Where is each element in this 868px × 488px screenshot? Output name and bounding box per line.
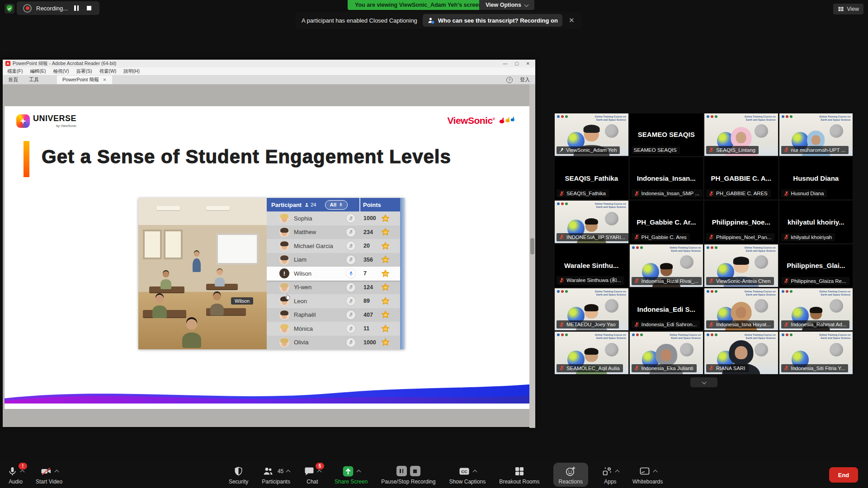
- toolbar-breakout-rooms-button[interactable]: Breakout Rooms: [499, 465, 539, 485]
- menu-item[interactable]: 視窗(W): [99, 68, 116, 75]
- close-icon[interactable]: ✕: [568, 16, 576, 24]
- video-tile[interactable]: Online Training Course onEarth and Space…: [555, 201, 628, 243]
- mic-muted-icon: [346, 296, 355, 305]
- menu-item[interactable]: 編輯(E): [30, 68, 46, 75]
- toolbar-apps-button[interactable]: Apps: [602, 465, 619, 485]
- toolbar-reactions-button[interactable]: Reactions: [553, 463, 588, 487]
- participant-name-label: Indonesia_Rahmat Ad...: [781, 320, 850, 328]
- chevron-up-icon[interactable]: [20, 470, 25, 474]
- cursor-icon: [284, 294, 291, 301]
- video-tile[interactable]: Indonesia_Edi S...Indonesia_Edi Sahron..…: [630, 288, 703, 331]
- toolbar-participants-button[interactable]: 45Participants: [262, 465, 290, 485]
- moon-graphic: [830, 343, 843, 357]
- toolbar-chat-button[interactable]: 5Chat: [304, 465, 321, 485]
- mic-muted-icon: [708, 234, 714, 240]
- video-tile[interactable]: Online Training Course onEarth and Space…: [630, 244, 703, 287]
- transcript-visibility-button[interactable]: Who can see this transcript? Recording o…: [423, 14, 562, 27]
- toolbar-show-captions-button[interactable]: CCShow Captions: [449, 465, 486, 485]
- poster-logos: [632, 333, 643, 336]
- toolbar-label: Participants: [262, 479, 290, 485]
- video-tile[interactable]: Online Training Course onEarth and Space…: [555, 332, 628, 374]
- video-tile[interactable]: Online Training Course onEarth and Space…: [704, 288, 778, 331]
- chevron-up-icon[interactable]: [54, 470, 59, 474]
- toolbar-whiteboards-button[interactable]: Whiteboards: [632, 465, 663, 485]
- video-tile[interactable]: Waralee Sinthu...Waralee Sinthuwa (和...: [555, 244, 628, 287]
- end-meeting-button[interactable]: End: [829, 467, 858, 483]
- star-icon: +1: [381, 227, 390, 237]
- tab-document[interactable]: PowerPoint 簡報 ✕: [57, 75, 112, 84]
- toolbar-audio-button[interactable]: !Audio: [7, 465, 24, 485]
- video-tile[interactable]: Online Training Course onEarth and Space…: [779, 113, 853, 156]
- points-value: 407: [363, 312, 373, 318]
- toolbar-label: Apps: [604, 479, 616, 485]
- avatar: [279, 255, 289, 265]
- menu-item[interactable]: 簽署(S): [76, 68, 92, 75]
- close-window-button[interactable]: ✕: [526, 61, 530, 66]
- tab-home[interactable]: 首頁: [3, 75, 24, 84]
- video-tile[interactable]: Philippines_Noe...Philippines_Noel_Pan..…: [704, 201, 778, 243]
- video-tile[interactable]: Philippines_Glai...Philippines_Glaiza Re…: [779, 244, 853, 287]
- view-options-button[interactable]: View Options: [479, 0, 534, 10]
- participant-row: Yi-wen124+1: [267, 281, 400, 295]
- menu-item[interactable]: 說明(H): [123, 68, 140, 75]
- video-tile[interactable]: PH_GABBIE C. A...PH_GABBIE C. ARES: [704, 157, 778, 200]
- gallery-more-button[interactable]: [690, 377, 717, 387]
- stop-recording-button[interactable]: [85, 4, 93, 12]
- video-tile[interactable]: Online Training Course onEarth and Space…: [555, 288, 628, 331]
- maximize-button[interactable]: ▢: [514, 61, 519, 66]
- video-tile[interactable]: Online Training Course onEarth and Space…: [704, 113, 778, 156]
- video-tile[interactable]: Husnud DianaHusnud Diana: [779, 157, 853, 200]
- chevron-up-icon[interactable]: [317, 470, 322, 474]
- minimize-button[interactable]: —: [503, 61, 507, 66]
- toolbar-security-button[interactable]: Security: [229, 465, 248, 485]
- video-tile[interactable]: Online Training Course onEarth and Space…: [704, 244, 778, 287]
- video-tile[interactable]: SEAQIS_FathikaSEAQIS_Fathika: [555, 157, 628, 200]
- screen-share-banner: You are viewing ViewSonic_Adam Yeh's scr…: [348, 0, 489, 10]
- pause-recording-button[interactable]: [72, 4, 80, 12]
- video-tile[interactable]: SEAMEO SEAQISSEAMEO SEAQIS: [630, 113, 703, 156]
- chevron-up-icon[interactable]: [286, 470, 291, 474]
- poster-logos: [707, 333, 717, 336]
- view-button[interactable]: View: [833, 4, 863, 14]
- toolbar-pause-stop-recording-button[interactable]: Pause/Stop Recording: [381, 465, 435, 485]
- menu-item[interactable]: 檢視(V): [53, 68, 69, 75]
- stop-recording-icon[interactable]: [410, 466, 420, 476]
- title-accent-bar: [24, 141, 29, 177]
- menu-item[interactable]: 檔案(F): [7, 68, 23, 75]
- scrollbar-thumb[interactable]: [530, 238, 534, 254]
- help-icon[interactable]: ?: [506, 77, 513, 83]
- participant-name-label: Philippines_Glaiza Re...: [781, 277, 849, 285]
- recording-indicator: Recording...: [17, 1, 99, 15]
- svg-text:+1: +1: [384, 286, 387, 289]
- video-tile[interactable]: Online Training Course onEarth and Space…: [704, 332, 778, 374]
- participant-name: Matthew: [294, 229, 316, 235]
- points-header-label: Points: [363, 198, 381, 211]
- chat-icon: [304, 466, 315, 477]
- toolbar-label: Whiteboards: [632, 479, 663, 485]
- video-tile[interactable]: Online Training Course onEarth and Space…: [630, 332, 703, 374]
- video-tile[interactable]: Online Training Course onEarth and Space…: [779, 332, 853, 374]
- participant-name: Sophia: [294, 215, 312, 222]
- sign-in-button[interactable]: 登入: [520, 76, 530, 83]
- toolbar-label: Show Captions: [449, 479, 486, 485]
- tab-document-label: PowerPoint 簡報: [62, 76, 99, 83]
- video-tile[interactable]: Indonesia_Insan...Indonesia_Insan_SMP ..…: [630, 157, 703, 200]
- chevron-up-icon[interactable]: [472, 470, 477, 474]
- video-tile[interactable]: Online Training Course onEarth and Space…: [555, 113, 628, 156]
- chevron-up-icon[interactable]: [653, 470, 657, 474]
- tab-tools[interactable]: 工具: [24, 75, 44, 84]
- vertical-scrollbar[interactable]: [529, 84, 535, 428]
- video-tile[interactable]: khilyatul khoiriy...khilyatul khoiriyah: [779, 201, 853, 243]
- mic-on-icon: [346, 269, 355, 278]
- video-tile[interactable]: Online Training Course onEarth and Space…: [779, 288, 853, 331]
- toolbar-share-screen-button[interactable]: Share Screen: [335, 465, 368, 485]
- video-tile[interactable]: PH_Gabbie C. Ar...PH_Gabbie C. Ares: [630, 201, 703, 243]
- whiteboard-icon: [639, 466, 651, 477]
- chevron-up-icon[interactable]: [615, 470, 619, 474]
- participant-row: Raphaël407+1: [267, 308, 400, 322]
- chevron-up-icon[interactable]: [356, 470, 361, 474]
- pin-icon: [559, 147, 564, 153]
- close-tab-icon[interactable]: ✕: [103, 77, 106, 82]
- toolbar-start-video-button[interactable]: Start Video: [36, 465, 62, 485]
- pause-recording-icon[interactable]: [396, 466, 407, 476]
